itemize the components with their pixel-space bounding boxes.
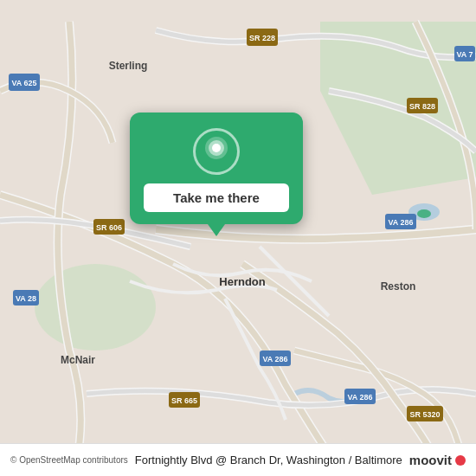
svg-text:VA 286: VA 286 <box>388 218 413 227</box>
svg-text:VA 625: VA 625 <box>11 79 36 87</box>
svg-text:VA 286: VA 286 <box>347 393 372 402</box>
svg-text:VA 286: VA 286 <box>262 355 287 363</box>
location-address: Fortnightly Blvd @ Branch Dr, Washington… <box>128 453 409 466</box>
svg-point-29 <box>417 209 431 218</box>
location-pin-icon <box>203 136 230 167</box>
svg-text:VA 7: VA 7 <box>456 50 473 59</box>
svg-text:Reston: Reston <box>381 280 416 293</box>
svg-point-32 <box>212 144 221 152</box>
moovit-brand-text: moovit <box>409 453 452 467</box>
svg-text:SR 228: SR 228 <box>249 34 275 42</box>
svg-text:McNair: McNair <box>61 354 95 366</box>
take-me-there-button[interactable]: Take me there <box>144 183 289 212</box>
svg-text:Sterling: Sterling <box>109 60 148 72</box>
svg-text:SR 606: SR 606 <box>96 223 122 232</box>
map-roads: VA 625 SR 228 VA 7 SR 828 VA 286 SR 606 … <box>0 0 476 476</box>
svg-text:SR 5320: SR 5320 <box>409 410 440 419</box>
bottom-bar: © OpenStreetMap contributors Fortnightly… <box>0 443 476 476</box>
popup-card: Take me there <box>130 113 303 224</box>
location-icon-circle <box>193 128 240 175</box>
svg-text:SR 828: SR 828 <box>409 102 435 111</box>
svg-text:VA 28: VA 28 <box>16 294 36 303</box>
moovit-dot-icon <box>455 455 466 466</box>
map-container: VA 625 SR 228 VA 7 SR 828 VA 286 SR 606 … <box>0 0 476 476</box>
map-attribution: © OpenStreetMap contributors <box>10 455 128 465</box>
moovit-logo: moovit <box>409 453 466 467</box>
svg-text:SR 665: SR 665 <box>171 396 197 405</box>
svg-point-1 <box>35 264 156 351</box>
svg-text:Herndon: Herndon <box>219 275 266 288</box>
